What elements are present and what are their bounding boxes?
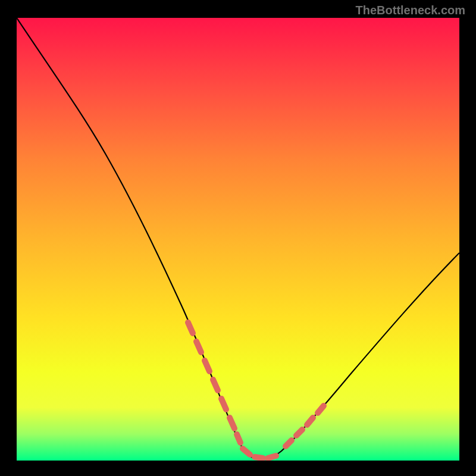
svg-line-13	[318, 406, 324, 413]
svg-line-11	[296, 430, 302, 436]
chart-svg	[17, 18, 459, 461]
svg-line-8	[255, 457, 263, 458]
svg-line-7	[243, 449, 250, 455]
svg-line-0	[188, 322, 193, 333]
svg-line-5	[230, 418, 234, 428]
chart-plot-area	[17, 18, 459, 461]
svg-line-6	[237, 434, 240, 443]
highlight-right	[286, 406, 324, 446]
svg-line-2	[205, 361, 209, 371]
svg-line-10	[286, 440, 292, 446]
watermark-text: TheBottleneck.com	[356, 4, 465, 17]
highlight-bottom	[243, 449, 276, 458]
svg-line-3	[213, 380, 218, 390]
svg-line-9	[268, 456, 276, 458]
highlight-left	[188, 322, 240, 443]
svg-line-4	[221, 399, 226, 409]
main-curve	[17, 18, 459, 459]
svg-line-12	[307, 418, 313, 425]
svg-line-1	[196, 342, 201, 352]
